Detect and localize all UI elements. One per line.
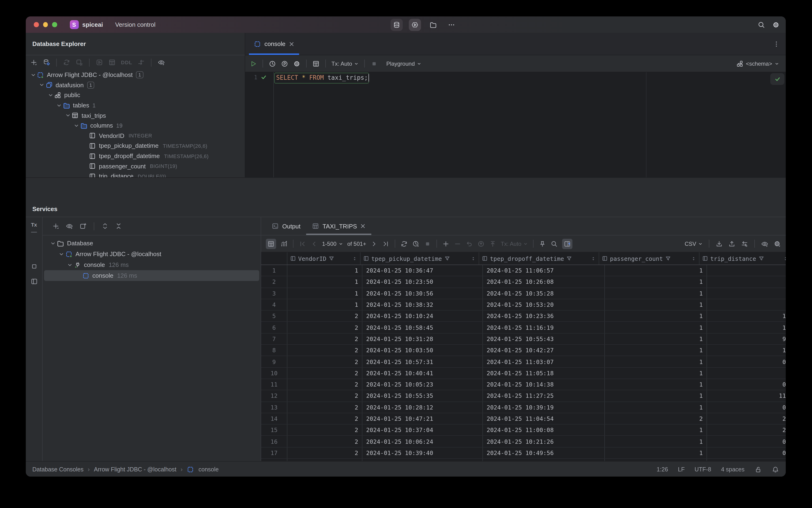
grid-cell[interactable]: 2 [287,379,362,390]
import-icon[interactable] [715,240,723,247]
grid-cell[interactable]: 1 [605,310,707,322]
row-number[interactable]: 8 [261,345,287,356]
grid-cell[interactable]: 1 [605,334,707,344]
grid-cell[interactable]: 2024-01-25 10:47:21 [362,413,483,424]
grid-cell[interactable]: 0.43 [707,448,786,459]
filter-panel-button[interactable] [562,239,573,249]
grid-cell[interactable]: 2024-01-25 10:39:19 [483,402,605,413]
chevron-down-icon[interactable] [64,113,71,118]
datasource-properties-icon[interactable] [43,59,50,66]
sort-icon[interactable] [352,256,357,261]
grid-cell[interactable]: 1.07 [707,310,786,322]
grid-cell[interactable]: 1.8 [707,368,786,379]
page-range-dropdown[interactable]: 1-500 [322,241,343,247]
grid-cell[interactable]: 2024-01-25 10:39:40 [362,448,483,459]
query-history-icon[interactable] [269,60,276,67]
tab-output[interactable]: Output [266,217,306,235]
push-icon[interactable] [489,240,496,247]
column-header-tpep_dropoff_datetime[interactable]: tpep_dropoff_datetime [479,252,599,264]
sql-statement[interactable]: SELECT * FROM taxi_trips; [276,72,369,83]
row-number[interactable]: 9 [261,356,287,367]
grid-cell[interactable]: 1 [605,368,707,379]
tree-item-taxi-trips[interactable]: taxi_trips [26,111,245,121]
row-number-header[interactable] [261,252,287,264]
service-item-database[interactable]: Database [44,238,259,249]
sort-icon[interactable] [691,256,696,261]
grid-cell[interactable]: 2024-01-25 10:36:47 [362,265,483,276]
grid-cell[interactable]: 0.68 [707,379,786,390]
collapse-all-icon[interactable] [115,222,122,230]
indent-style[interactable]: 4 spaces [721,466,745,473]
run-configurations-button[interactable] [409,18,421,31]
grid-cell[interactable]: 2024-01-25 10:58:45 [362,322,483,333]
reload-data-icon[interactable] [400,240,408,247]
tree-item-trip-distance[interactable]: trip_distanceDOUBLE(0) [26,171,245,177]
sort-icon[interactable] [783,256,786,261]
ddl-button[interactable]: DDL [121,59,132,65]
view-options-icon[interactable] [157,59,165,66]
grid-cell[interactable]: 1 [605,390,707,401]
grid-cell[interactable]: 1 [287,265,362,276]
tree-item-tpep-dropoff-datetime[interactable]: tpep_dropoff_datetimeTIMESTAMP(26,6) [26,151,245,161]
grid-cell[interactable]: 2024-01-25 10:37:04 [362,424,483,435]
tree-item-vendorid[interactable]: VendorIDINTEGER [26,131,245,141]
grid-cell[interactable]: 2024-01-25 11:23:57 [483,459,605,461]
submit-icon[interactable] [477,240,485,247]
service-item-console[interactable]: console126 ms [44,270,259,281]
line-separator[interactable]: LF [678,466,685,473]
console-settings-icon[interactable] [293,60,301,67]
tree-item-public[interactable]: public [26,90,245,100]
row-number[interactable]: 10 [261,368,287,379]
cancel-running-icon[interactable] [137,59,145,66]
next-page-icon[interactable] [370,240,378,247]
sort-icon[interactable] [591,256,596,261]
add-service-icon[interactable] [52,222,59,230]
grid-cell[interactable]: 2 [287,368,362,379]
delete-row-icon[interactable] [454,240,461,247]
grid-cell[interactable]: 2024-01-25 10:28:12 [362,402,483,413]
browse-tables-icon[interactable] [312,60,320,67]
chevron-down-icon[interactable] [30,72,37,78]
column-header-passenger_count[interactable]: passenger_count [599,252,700,264]
grid-cell[interactable]: 11.99 [707,390,786,401]
row-number[interactable]: 6 [261,322,287,333]
file-encoding[interactable]: UTF-8 [694,466,711,473]
revert-icon[interactable] [465,240,473,247]
breadcrumb-item[interactable]: Database Consoles [32,466,84,473]
grid-cell[interactable]: 2 [287,448,362,459]
settings-icon[interactable] [772,21,780,28]
tree-item-tables[interactable]: tables1 [26,100,245,111]
row-number[interactable]: 1 [261,265,287,276]
grid-cell[interactable]: 2024-01-25 11:27:25 [483,390,605,401]
service-item-console[interactable]: console126 ms [44,259,259,270]
run-console-icon[interactable] [96,59,103,66]
more-button[interactable] [445,18,458,31]
chevron-down-icon[interactable] [49,241,56,246]
row-number[interactable]: 14 [261,413,287,424]
open-in-new-tab-icon[interactable] [79,222,87,230]
grid-cell[interactable]: 2024-01-25 11:00:08 [483,424,605,435]
tree-item-arrow-flight-jdbc-localhost[interactable]: Arrow Flight JDBC - @localhost1 [26,70,245,80]
minimize-window-button[interactable] [43,22,48,27]
first-page-icon[interactable] [299,240,306,247]
grid-cell[interactable]: 9.49 [707,334,786,344]
grid-cell[interactable]: 2024-01-25 10:06:24 [362,436,483,447]
row-number[interactable]: 16 [261,436,287,447]
grid-cell[interactable]: 1 [287,288,362,299]
grid-cell[interactable]: 2 [287,413,362,424]
grid-cell[interactable]: 2024-01-25 11:03:07 [483,356,605,367]
tx-mode-dropdown[interactable]: Tx: Auto [331,60,359,67]
schema-selector[interactable]: <schema> [736,60,779,67]
grid-cell[interactable]: 1.3 [707,299,786,310]
grid-cell[interactable]: 2024-01-25 10:21:26 [483,436,605,447]
grid-cell[interactable]: 1 [605,402,707,413]
grid-cell[interactable]: 2 [287,345,362,356]
row-number[interactable]: 11 [261,379,287,390]
grid-cell[interactable]: 2024-01-25 10:40:41 [362,368,483,379]
grid-settings-icon[interactable] [774,240,781,247]
grid-cell[interactable]: 2024-01-25 10:55:35 [362,390,483,401]
chevron-down-icon[interactable] [66,262,73,267]
grid-cell[interactable]: 2 [605,459,707,461]
grid-cell[interactable]: 0.98 [707,436,786,447]
grid-cell[interactable]: 2 [605,413,707,424]
